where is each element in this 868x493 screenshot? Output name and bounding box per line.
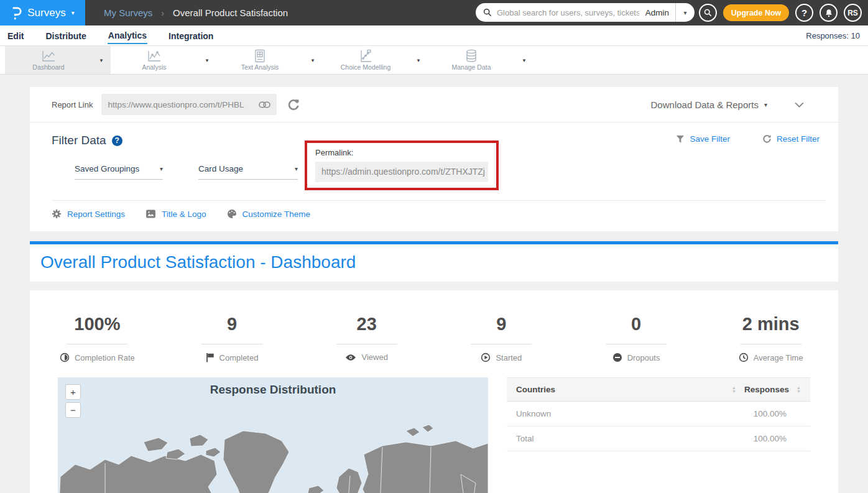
breadcrumb-my-surveys[interactable]: My Surveys xyxy=(104,7,152,18)
database-icon xyxy=(466,49,477,63)
map-zoom-in-button[interactable]: + xyxy=(65,384,81,400)
tab-distribute[interactable]: Distribute xyxy=(45,27,86,44)
avatar[interactable]: RS xyxy=(844,4,862,22)
caret-down-icon[interactable]: ▾ xyxy=(303,57,322,63)
stat-completed: 9 Completed xyxy=(165,314,300,362)
save-filter-button[interactable]: Save Filter xyxy=(676,134,730,144)
dashboard-title-band: Overall Product Satisfaction - Dashboard xyxy=(30,244,838,282)
completion-rate-icon xyxy=(60,352,70,362)
toolbar-choice-modelling[interactable]: Choice Modelling ▾ xyxy=(322,46,428,74)
stat-value: 0 xyxy=(569,314,704,334)
table-row: Total 100.00% xyxy=(507,426,810,451)
help-button[interactable]: ? xyxy=(795,4,813,22)
card-usage-dropdown[interactable]: Card Usage ▾ xyxy=(198,164,298,180)
collapse-panel-chevron-icon[interactable] xyxy=(795,102,804,108)
sort-responses-icon[interactable]: ▲▼ xyxy=(796,386,801,394)
funnel-icon xyxy=(676,135,685,144)
stat-label: Started xyxy=(496,353,522,362)
toolbar-dashboard-label: Dashboard xyxy=(32,63,64,71)
toolbar-text-analysis[interactable]: Text Analysis ▾ xyxy=(216,46,322,74)
caret-down-icon[interactable]: ▾ xyxy=(92,57,111,63)
reset-filter-label: Reset Filter xyxy=(777,134,820,144)
questionpro-logo-icon xyxy=(11,6,22,20)
caret-down-icon: ▾ xyxy=(72,9,75,16)
report-settings-label: Report Settings xyxy=(67,210,125,219)
sort-countries-icon[interactable]: ▲▼ xyxy=(732,386,736,394)
card-usage-label: Card Usage xyxy=(198,164,243,173)
stat-value: 23 xyxy=(299,314,434,334)
toolbar-dashboard[interactable]: Dashboard ▾ xyxy=(5,46,111,74)
notifications-button[interactable] xyxy=(820,4,838,22)
dashboard-chart-icon xyxy=(41,50,56,63)
title-logo-label: Title & Logo xyxy=(162,210,206,219)
search-button[interactable] xyxy=(699,4,717,22)
report-link-input[interactable]: https://www.questionpro.com/t/PHBL xyxy=(101,94,277,115)
choice-modelling-icon xyxy=(359,49,372,63)
responses-cell: 100.00% xyxy=(754,409,787,418)
map-zoom-out-button[interactable]: − xyxy=(65,402,81,418)
caret-down-icon: ▾ xyxy=(295,165,298,172)
countries-column-header[interactable]: Countries xyxy=(516,385,555,394)
stat-viewed: 23 Viewed xyxy=(299,314,434,362)
filter-actions: Save Filter Reset Filter xyxy=(676,134,820,144)
refresh-icon xyxy=(762,134,772,144)
dashboard-card: 100% Completion Rate 9 xyxy=(30,290,838,493)
caret-down-icon[interactable]: ▾ xyxy=(198,57,216,63)
download-data-reports-label: Download Data & Reports xyxy=(651,99,759,110)
minus-circle-icon xyxy=(612,352,622,362)
responses-column-header[interactable]: Responses xyxy=(744,385,789,394)
tab-edit[interactable]: Edit xyxy=(7,27,24,44)
response-distribution-map[interactable]: + − Response Distribution xyxy=(58,377,488,493)
saved-groupings-dropdown[interactable]: Saved Groupings ▾ xyxy=(75,164,163,180)
tab-analytics[interactable]: Analytics xyxy=(108,27,147,44)
breadcrumb-current: Overall Product Satisfaction xyxy=(173,7,288,18)
stat-average-time: 2 mins Average Time xyxy=(703,314,838,362)
report-link-value: https://www.questionpro.com/t/PHBL xyxy=(108,100,259,109)
saved-groupings-label: Saved Groupings xyxy=(75,164,139,173)
link-security-icon[interactable] xyxy=(287,98,300,111)
customize-theme-label: Customize Theme xyxy=(242,210,310,219)
toolbar-analysis[interactable]: Analysis ▾ xyxy=(111,46,216,74)
gear-icon xyxy=(52,209,62,219)
search-scope-caret-icon[interactable]: ▾ xyxy=(676,9,695,16)
eye-icon xyxy=(345,354,356,361)
permalink-input[interactable]: https://admin.questionpro.com/t/ZTHXJTZj xyxy=(315,162,488,182)
stat-value: 100% xyxy=(30,314,165,334)
stats-row: 100% Completion Rate 9 xyxy=(30,314,838,362)
report-customize-row: Report Settings Title & Logo Customize T… xyxy=(52,209,310,219)
breadcrumb: My Surveys › Overall Product Satisfactio… xyxy=(104,7,288,18)
report-settings-button[interactable]: Report Settings xyxy=(52,209,125,219)
map-title: Response Distribution xyxy=(58,383,488,397)
caret-down-icon[interactable]: ▾ xyxy=(515,57,533,63)
report-link-row: Report Link https://www.questionpro.com/… xyxy=(30,87,838,122)
table-row: Unknown 100.00% xyxy=(507,402,810,426)
reset-filter-button[interactable]: Reset Filter xyxy=(762,134,820,144)
product-switcher[interactable]: Surveys ▾ xyxy=(0,0,85,25)
customize-theme-button[interactable]: Customize Theme xyxy=(227,209,310,219)
report-link-label: Report Link xyxy=(52,100,93,109)
search-scope-label: Admin xyxy=(639,8,675,17)
global-search-input[interactable] xyxy=(497,8,639,17)
title-logo-button[interactable]: Title & Logo xyxy=(145,210,206,219)
save-filter-label: Save Filter xyxy=(690,134,730,144)
country-cell: Total xyxy=(516,434,754,443)
global-search[interactable]: Admin ▾ xyxy=(476,3,695,22)
caret-down-icon[interactable]: ▾ xyxy=(409,57,428,63)
tab-integration[interactable]: Integration xyxy=(168,27,214,44)
stat-started: 9 Started xyxy=(434,314,569,362)
stat-completion-rate: 100% Completion Rate xyxy=(30,314,165,362)
text-analysis-icon xyxy=(254,49,266,63)
main-content: Report Link https://www.questionpro.com/… xyxy=(0,75,868,493)
palette-icon xyxy=(227,209,237,219)
download-data-reports-menu[interactable]: Download Data & Reports ▾ xyxy=(651,99,767,110)
toolbar-manage-data[interactable]: Manage Data ▾ xyxy=(428,46,533,74)
stat-label: Completed xyxy=(219,353,259,362)
product-name: Surveys xyxy=(27,7,65,19)
toolbar-text-analysis-label: Text Analysis xyxy=(241,63,279,71)
countries-table-header: Countries ▲▼ Responses ▲▼ xyxy=(507,377,810,402)
upgrade-button[interactable]: Upgrade Now xyxy=(723,4,789,21)
caret-down-icon: ▾ xyxy=(160,165,163,172)
permalink-highlight-box: Permalink: https://admin.questionpro.com… xyxy=(305,141,499,190)
filter-help-icon[interactable]: ? xyxy=(112,136,122,146)
responses-count: Responses: 10 xyxy=(806,31,860,40)
